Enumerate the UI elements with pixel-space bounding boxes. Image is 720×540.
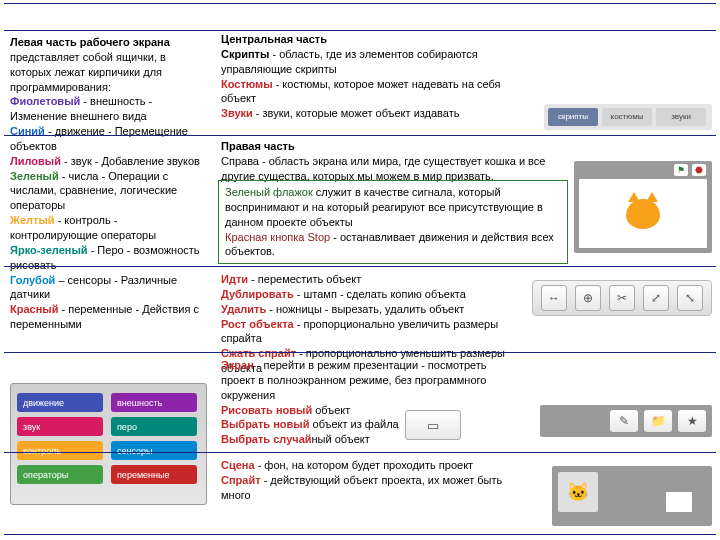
center-title: Центральная часть (221, 32, 532, 47)
cat-move: движение (17, 393, 103, 412)
left-intro-bold: Левая часть рабочего экрана (10, 36, 170, 48)
left-intro-rest: представляет собой ящички, в которых леж… (10, 51, 166, 93)
cat-pen: перо (111, 417, 197, 436)
color-name: Лиловый (10, 155, 61, 167)
shrink-icon: ⤡ (677, 285, 703, 311)
tab-sounds: звуки (656, 108, 706, 126)
cat-control: контроль (17, 441, 103, 460)
stage-thumb-icon (666, 492, 692, 512)
move-icon: ↔ (541, 285, 567, 311)
cat-looks: внешность (111, 393, 197, 412)
tabs-image: скрипты костюмы звуки (544, 104, 712, 130)
random-icon: ★ (678, 410, 706, 432)
stamp-icon: ⊕ (575, 285, 601, 311)
color-name: Желтый (10, 214, 55, 226)
sprite-thumb-icon: 🐱 (558, 472, 598, 512)
color-name: Голубой (10, 274, 55, 286)
cat-operators: операторы (17, 465, 103, 484)
paint-icon: ✎ (610, 410, 638, 432)
cat-sensing: сенсоры (111, 441, 197, 460)
cat-sprite-icon (626, 199, 660, 229)
presentation-button-image: ▭ (405, 410, 461, 440)
tab-costumes: костюмы (602, 108, 652, 126)
color-name: Фиолетовый (10, 95, 80, 107)
color-name: Красный (10, 303, 58, 315)
stage-image: ⚑ ⬣ (574, 161, 712, 253)
toolbar-image: ↔ ⊕ ✂ ⤢ ⤡ (532, 280, 712, 316)
cat-sound: звук (17, 417, 103, 436)
categories-palette-image: движение внешность звук перо контроль се… (10, 383, 207, 505)
color-name: Ярко-зеленый (10, 244, 88, 256)
greenflag-box: Зеленый флажок служит в качестве сигнала… (218, 180, 568, 264)
left-panel: Левая часть рабочего экрана представляет… (10, 35, 205, 332)
new-object-buttons-image: ✎ 📁 ★ (540, 405, 712, 437)
right-title: Правая часть (221, 139, 562, 154)
grow-icon: ⤢ (643, 285, 669, 311)
sprites-panel-image: 🐱 (552, 466, 712, 526)
color-name: Зеленый (10, 170, 59, 182)
tab-scripts: скрипты (548, 108, 598, 126)
scissors-icon: ✂ (609, 285, 635, 311)
folder-icon: 📁 (644, 410, 672, 432)
cat-vars: переменные (111, 465, 197, 484)
stop-icon: ⬣ (692, 164, 706, 176)
green-flag-icon: ⚑ (674, 164, 688, 176)
color-desc: - звук - Добавление звуков (61, 155, 200, 167)
